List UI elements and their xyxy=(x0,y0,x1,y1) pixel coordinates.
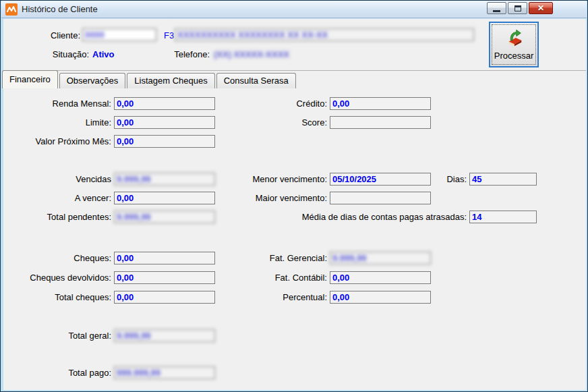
fat-gerencial-label: Fat. Gerencial: xyxy=(216,253,327,263)
maior-vencimento-field[interactable] xyxy=(330,192,431,204)
dias-field[interactable]: 45 xyxy=(469,173,537,186)
cliente-code-input[interactable]: 0000 xyxy=(82,28,156,41)
close-icon: ✕ xyxy=(537,3,544,13)
limite-field[interactable]: 0,00 xyxy=(114,116,215,129)
window-title: Histórico de Cliente xyxy=(22,4,98,14)
process-book-arrow-icon xyxy=(504,28,524,49)
processar-button[interactable]: Processar xyxy=(489,22,539,67)
percentual-field[interactable]: 0,00 xyxy=(330,291,431,304)
tab-observacoes[interactable]: Observações xyxy=(59,73,126,88)
valor-proximo-mes-field[interactable]: 0,00 xyxy=(114,135,215,148)
dias-label: Dias: xyxy=(378,174,467,184)
window-historico-de-cliente: Histórico de Cliente ✕ Cliente: 0000 F3 … xyxy=(0,0,588,392)
score-field[interactable] xyxy=(330,116,431,129)
score-label: Score: xyxy=(216,117,327,128)
cliente-label: Cliente: xyxy=(1,30,80,40)
fat-gerencial-field[interactable]: 9.999,99 xyxy=(330,252,431,264)
limite-label: Limite: xyxy=(1,117,111,128)
fat-contabil-label: Fat. Contábil: xyxy=(216,273,327,283)
vencidas-field[interactable]: 9.999,99 xyxy=(114,173,215,186)
total-pendentes-field[interactable]: 9.999,99 xyxy=(114,211,215,223)
tab-financeiro[interactable]: Financeiro xyxy=(2,70,58,88)
tab-consulta-serasa[interactable]: Consulta Serasa xyxy=(216,73,296,88)
tab-strip: Financeiro Observações Listagem Cheques … xyxy=(2,70,296,88)
total-pago-field[interactable]: 999.999,99 xyxy=(114,366,215,379)
telefone-value: (XX) XXXXX-XXXX xyxy=(214,49,289,59)
app-logo-icon xyxy=(5,3,18,16)
fat-contabil-field[interactable]: 0,00 xyxy=(330,271,431,284)
credito-field[interactable]: 0,00 xyxy=(330,97,431,110)
processar-label: Processar xyxy=(494,51,534,61)
total-pendentes-label: Total pendentes: xyxy=(1,212,111,222)
minimize-button[interactable] xyxy=(487,2,506,14)
cheques-field[interactable]: 0,00 xyxy=(114,252,215,264)
total-cheques-field[interactable]: 0,00 xyxy=(114,291,215,304)
valor-proximo-mes-label: Valor Próximo Mês: xyxy=(1,136,111,146)
cheques-label: Cheques: xyxy=(1,253,111,263)
close-button[interactable]: ✕ xyxy=(529,2,553,14)
media-atraso-label: Média de dias de contas pagas atrasadas: xyxy=(216,212,467,222)
total-pago-label: Total pago: xyxy=(1,368,111,378)
f3-hint: F3 xyxy=(164,30,174,40)
tab-listagem-cheques[interactable]: Listagem Cheques xyxy=(127,73,214,88)
minimize-icon xyxy=(493,10,500,12)
cheques-devolvidos-field[interactable]: 0,00 xyxy=(114,271,215,284)
maximize-icon xyxy=(514,5,521,11)
menor-vencimento-label: Menor vencimento: xyxy=(216,174,327,184)
telefone-label: Telefone: xyxy=(122,49,210,59)
situacao-value: Ativo xyxy=(92,49,115,59)
percentual-label: Percentual: xyxy=(216,292,327,302)
cliente-nome-field: XXXXXXXXXX XXXXXXXX XX XX-XX xyxy=(175,28,474,41)
credito-label: Crédito: xyxy=(216,99,327,109)
maior-vencimento-label: Maior vencimento: xyxy=(216,193,327,203)
renda-mensal-field[interactable]: 0,00 xyxy=(114,97,215,110)
total-cheques-label: Total cheques: xyxy=(1,292,111,302)
maximize-button[interactable] xyxy=(508,2,527,14)
renda-mensal-label: Renda Mensal: xyxy=(1,99,111,109)
a-vencer-label: A vencer: xyxy=(1,193,111,203)
total-geral-field[interactable]: 9.999,99 xyxy=(114,329,215,342)
a-vencer-field[interactable]: 0,00 xyxy=(114,192,215,204)
total-geral-label: Total geral: xyxy=(1,331,111,341)
media-atraso-field[interactable]: 14 xyxy=(469,211,537,223)
vencidas-label: Vencidas xyxy=(1,174,111,184)
situacao-label: Situação: xyxy=(1,49,89,59)
cheques-devolvidos-label: Cheques devolvidos: xyxy=(1,273,111,283)
